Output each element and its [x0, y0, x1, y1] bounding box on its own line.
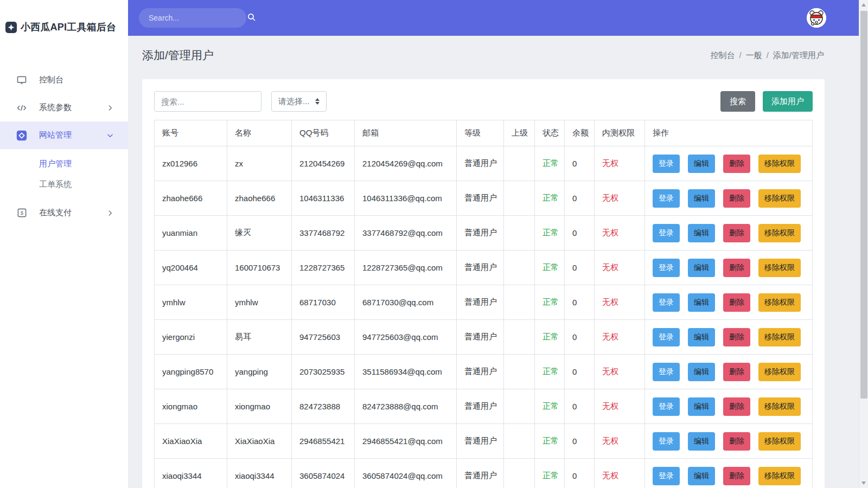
edit-button[interactable]: 编辑: [688, 467, 715, 485]
delete-button[interactable]: 删除: [723, 293, 750, 312]
login-button[interactable]: 登录: [653, 259, 680, 277]
level-cell: 普通用户: [457, 424, 504, 459]
name-cell: 1600710673: [227, 251, 292, 285]
name-cell: zx: [227, 146, 292, 181]
delete-button[interactable]: 删除: [723, 189, 750, 208]
remove-permission-button[interactable]: 移除权限: [758, 293, 801, 312]
login-button[interactable]: 登录: [653, 328, 680, 346]
beta-permission-cell: 无权: [595, 216, 645, 251]
search-icon[interactable]: [247, 12, 256, 24]
delete-button[interactable]: 删除: [723, 397, 750, 416]
actions-cell: 登录编辑删除移除权限: [645, 320, 813, 355]
superior-cell: [504, 459, 535, 488]
account-cell: ymhlw: [155, 285, 227, 320]
app-logo: 小西瓜API工具箱后台: [0, 0, 128, 34]
sidebar-subitem-ticket-system[interactable]: 工单系统: [0, 174, 128, 195]
sidebar-item-system-params[interactable]: 系统参数: [0, 94, 128, 121]
remove-permission-button[interactable]: 移除权限: [758, 189, 801, 208]
sidebar-item-site-manage[interactable]: 网站管理: [0, 121, 128, 149]
vertical-scrollbar[interactable]: [859, 0, 868, 488]
login-button[interactable]: 登录: [653, 397, 680, 416]
login-button[interactable]: 登录: [653, 432, 680, 451]
edit-button[interactable]: 编辑: [688, 189, 715, 208]
name-cell: 易耳: [227, 320, 292, 355]
login-button[interactable]: 登录: [653, 293, 680, 312]
edit-button[interactable]: 编辑: [688, 155, 715, 173]
edit-button[interactable]: 编辑: [688, 363, 715, 381]
table-search-input[interactable]: [154, 91, 261, 112]
account-cell: zx012966: [155, 146, 227, 181]
sidebar: 小西瓜API工具箱后台 控制台 系统参数 网站管理: [0, 0, 128, 488]
users-card: 请选择... 搜索 添加用户 账号名称QQ号码邮箱等级上级状态余额内测权限操作 …: [142, 79, 825, 488]
user-avatar[interactable]: [807, 8, 826, 28]
superior-cell: [504, 285, 535, 320]
remove-permission-button[interactable]: 移除权限: [758, 432, 801, 451]
svg-text:$: $: [20, 210, 23, 216]
qq-cell: 947725603: [292, 320, 355, 355]
topbar: [128, 0, 859, 36]
login-button[interactable]: 登录: [653, 363, 680, 381]
balance-cell: 0: [565, 285, 595, 320]
edit-button[interactable]: 编辑: [688, 259, 715, 277]
remove-permission-button[interactable]: 移除权限: [758, 328, 801, 346]
superior-cell: [504, 424, 535, 459]
account-cell: zhaohe666: [155, 181, 227, 216]
level-cell: 普通用户: [457, 216, 504, 251]
edit-button[interactable]: 编辑: [688, 293, 715, 312]
status-cell: 正常: [535, 320, 565, 355]
sidebar-subitem-user-manage[interactable]: 用户管理: [0, 153, 128, 174]
remove-permission-button[interactable]: 移除权限: [758, 363, 801, 381]
level-cell: 普通用户: [457, 285, 504, 320]
delete-button[interactable]: 删除: [723, 155, 750, 173]
delete-button[interactable]: 删除: [723, 224, 750, 242]
level-cell: 普通用户: [457, 146, 504, 181]
qq-cell: 2120454269: [292, 146, 355, 181]
account-cell: XiaXiaoXia: [155, 424, 227, 459]
sidebar-item-online-payment[interactable]: $ 在线支付: [0, 199, 128, 227]
add-user-button[interactable]: 添加用户: [763, 91, 813, 112]
superior-cell: [504, 216, 535, 251]
remove-permission-button[interactable]: 移除权限: [758, 259, 801, 277]
sidebar-item-console[interactable]: 控制台: [0, 66, 128, 94]
delete-button[interactable]: 删除: [723, 328, 750, 346]
edit-button[interactable]: 编辑: [688, 224, 715, 242]
balance-cell: 0: [565, 320, 595, 355]
table-row: yq200464160071067312287273651228727365@q…: [155, 251, 813, 285]
scrollbar-up-arrow[interactable]: [861, 3, 866, 7]
filter-select[interactable]: 请选择...: [271, 91, 327, 112]
delete-button[interactable]: 删除: [723, 363, 750, 381]
remove-permission-button[interactable]: 移除权限: [758, 155, 801, 173]
account-cell: xiongmao: [155, 389, 227, 424]
login-button[interactable]: 登录: [653, 224, 680, 242]
topbar-search[interactable]: [139, 8, 246, 28]
delete-button[interactable]: 删除: [723, 259, 750, 277]
scrollbar-thumb[interactable]: [860, 11, 867, 399]
monitor-icon: [16, 75, 27, 86]
breadcrumb-item[interactable]: 一般: [746, 50, 762, 60]
edit-button[interactable]: 编辑: [688, 432, 715, 451]
remove-permission-button[interactable]: 移除权限: [758, 224, 801, 242]
edit-button[interactable]: 编辑: [688, 397, 715, 416]
delete-button[interactable]: 删除: [723, 467, 750, 485]
beta-permission-cell: 无权: [595, 355, 645, 389]
login-button[interactable]: 登录: [653, 189, 680, 208]
level-cell: 普通用户: [457, 389, 504, 424]
breadcrumb-item[interactable]: 控制台: [710, 50, 735, 60]
remove-permission-button[interactable]: 移除权限: [758, 467, 801, 485]
remove-permission-button[interactable]: 移除权限: [758, 397, 801, 416]
level-cell: 普通用户: [457, 320, 504, 355]
login-button[interactable]: 登录: [653, 467, 680, 485]
edit-button[interactable]: 编辑: [688, 328, 715, 346]
balance-cell: 0: [565, 389, 595, 424]
search-button[interactable]: 搜索: [720, 91, 755, 112]
topbar-search-input[interactable]: [149, 14, 247, 22]
status-cell: 正常: [535, 424, 565, 459]
scrollbar-down-arrow[interactable]: [861, 481, 866, 485]
table-row: xiaoqi3344xiaoqi334436058740243605874024…: [155, 459, 813, 488]
superior-cell: [504, 146, 535, 181]
name-cell: 缘灭: [227, 216, 292, 251]
status-cell: 正常: [535, 146, 565, 181]
delete-button[interactable]: 删除: [723, 432, 750, 451]
code-icon: [16, 102, 27, 113]
login-button[interactable]: 登录: [653, 155, 680, 173]
